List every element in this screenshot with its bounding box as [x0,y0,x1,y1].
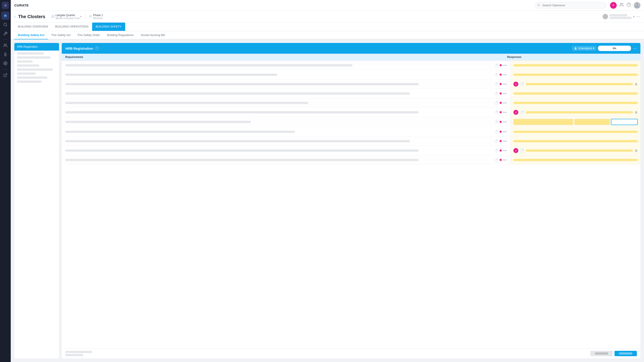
multi-resp-7 [514,119,638,125]
tab-safety[interactable]: BUILDING SAFETY [92,23,125,31]
assignee-button[interactable]: Unassigned ▾ [572,46,596,51]
resp-input-7c[interactable] [611,119,638,125]
subtab-br[interactable]: Building Regulations [104,31,137,39]
resp-cell-2 [511,70,640,79]
more-options-button[interactable]: ⋯ [636,14,640,19]
more-icon-8[interactable]: ••• [503,130,507,134]
more-icon-11[interactable]: ••• [503,158,507,162]
trash-button-6[interactable]: 🗑 [634,111,638,114]
req-icons-8: ? ✱ ••• [495,130,507,134]
nav-settings-icon[interactable] [1,59,10,67]
doc-icon-3[interactable]: 📄 [520,82,524,86]
nav-tools-icon[interactable] [1,30,10,38]
subtab-fsa[interactable]: Fire Safety Act [48,31,74,39]
subtab-fso[interactable]: Fire Safety Order [74,31,104,39]
more-icon-3[interactable]: ••• [503,82,507,86]
more-icon-7[interactable]: ••• [503,120,507,124]
question-icon-3[interactable]: ? [495,82,498,86]
add-button[interactable]: + [610,2,617,9]
add-response-button-6[interactable]: + [514,110,518,115]
help-icon[interactable] [626,3,631,8]
question-icon-9[interactable]: ? [495,139,498,143]
req-cell-10: ? ✱ ••• [62,146,511,155]
req-cell-4: ? ✱ ••• [62,89,511,98]
top-header: CURATE + [11,0,644,11]
resp-cell-6[interactable]: + 📄 🗑 [511,108,640,117]
avatar[interactable] [634,2,640,9]
question-icon-5[interactable]: ? [495,101,498,105]
nav-search-icon[interactable] [1,21,10,29]
question-icon-4[interactable]: ? [495,92,498,95]
more-icon-10[interactable]: ••• [503,149,507,152]
req-cell-9: ? ✱ ••• [62,137,511,146]
req-skeleton-7 [65,121,251,123]
save-button[interactable] [614,351,637,356]
more-icon-5[interactable]: ••• [503,101,507,105]
trash-button-3[interactable]: 🗑 [634,82,638,86]
location-name: Beverley [93,17,103,20]
resp-skeleton-9 [514,140,638,142]
user-selector[interactable]: ▾ [603,14,634,19]
resp-skeleton-2 [514,74,638,76]
tab-overview[interactable]: BUILDING OVERVIEW [14,23,52,31]
search-input[interactable] [535,2,606,9]
req-skeleton-9 [65,140,410,142]
subtab-shb[interactable]: Social Housing Bill [137,31,168,39]
question-icon-6[interactable]: ? [495,111,498,114]
nav-home-icon[interactable] [1,12,10,20]
more-icon-2[interactable]: ••• [503,73,507,77]
cancel-button[interactable] [590,351,613,356]
req-skeleton-6 [65,111,418,113]
section-header: HRB Registration ? Unassigned ▾ 0% ⋯ [62,43,640,54]
svg-point-5 [620,3,622,5]
assignee-chevron: ▾ [593,47,594,50]
resp-input-7b[interactable] [574,119,610,125]
section-more-button[interactable]: ⋯ [633,46,637,51]
project-name: The Closters [18,14,45,19]
search-bar-container [535,2,606,9]
sidebar-item-hrb[interactable]: HRB Registration [14,43,59,51]
more-icon-1[interactable]: ••• [503,64,507,67]
more-icon-6[interactable]: ••• [503,111,507,114]
col-responses: Responses [507,56,637,59]
tab-operations[interactable]: BUILDING OPERATIONS [52,23,92,31]
nav-flask-icon[interactable] [1,50,10,58]
add-response-button-3[interactable]: + [514,82,518,87]
resp-cell-10[interactable]: + 📄 🗑 [511,146,640,155]
user-role-skeleton [609,17,632,19]
app-logo[interactable]: ⬡ [2,2,9,9]
question-icon-10[interactable]: ? [495,149,498,152]
nav-users-icon[interactable] [1,41,10,50]
project-header: ‹ The Closters Lairgate Quarter Minster … [11,11,644,23]
resp-cell-4 [511,89,640,98]
add-response-button-10[interactable]: + [514,148,518,153]
resp-cell-3[interactable]: + 📄 🗑 [511,79,640,89]
question-icon-1[interactable]: ? [495,64,498,67]
asterisk-8: ✱ [499,130,502,134]
req-cell-6: ? ✱ ••• [62,108,511,117]
header-actions: + [610,2,640,9]
footer-skeleton-block [65,351,92,356]
question-icon-11[interactable]: ? [495,158,498,162]
doc-icon-6[interactable]: 📄 [520,111,524,114]
subtab-bsa[interactable]: Building Safety Act [14,31,48,39]
question-icon-7[interactable]: ? [495,120,498,124]
trash-button-10[interactable]: 🗑 [634,149,638,152]
req-skeleton-5 [65,102,308,104]
back-button[interactable]: ‹ [14,15,16,19]
more-icon-9[interactable]: ••• [503,139,507,143]
question-icon-8[interactable]: ? [495,130,498,134]
more-icon-4[interactable]: ••• [503,92,507,95]
section-help-icon[interactable]: ? [95,46,99,50]
nav-export-icon[interactable] [1,71,10,79]
question-icon-2[interactable]: ? [495,73,498,77]
sidebar-skeleton-6 [17,73,36,75]
sub-tabs: Building Safety Act Fire Safety Act Fire… [11,31,644,39]
user-chevron[interactable]: ▾ [633,15,634,18]
team-icon[interactable] [620,3,624,8]
resp-input-7a[interactable] [514,119,573,125]
save-skeleton [619,352,632,354]
doc-icon-10[interactable]: 📄 [520,149,524,152]
req-cell-8: ? ✱ ••• [62,127,511,136]
footer-skeleton-2 [65,354,83,356]
